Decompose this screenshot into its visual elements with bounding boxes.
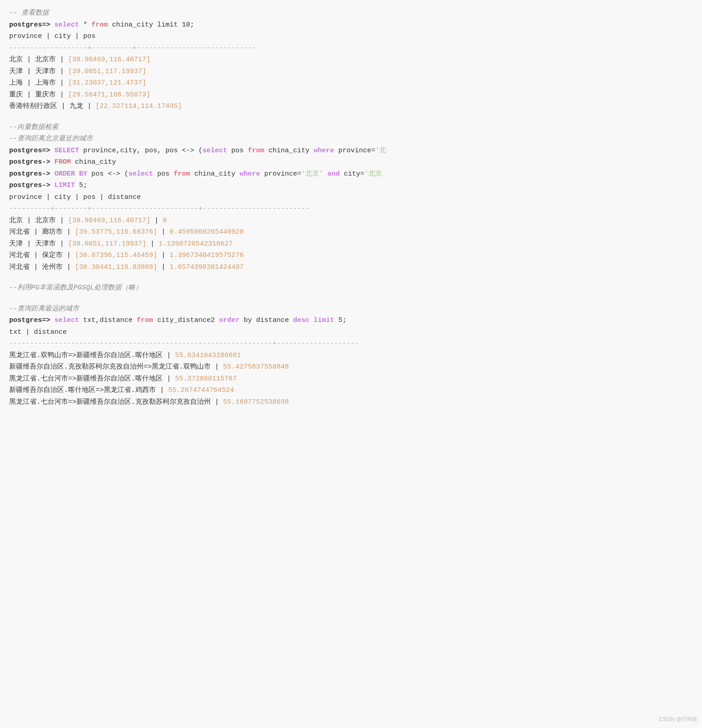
table3-sep: ----------------------------------------… bbox=[9, 338, 693, 350]
comment-farthest: --查询距离最远的城市 bbox=[9, 303, 693, 315]
select3-line: postgres=> select txt,distance from city… bbox=[9, 315, 693, 327]
gap2 bbox=[9, 273, 693, 282]
table2-sep: ----------+--------+--------------------… bbox=[9, 203, 693, 215]
prompt2-4: postgres-> bbox=[9, 182, 54, 189]
pg-comment-text: --利用PG丰富函数及PGSQL处理数据（略） bbox=[9, 284, 142, 292]
table3-row-2: 黑龙江省.七台河市=>新疆维吾尔自治区.喀什地区 | 55.3728881157… bbox=[9, 373, 693, 385]
comment-vector: --向量数据检索 bbox=[9, 122, 693, 134]
comment-pg: --利用PG丰富函数及PGSQL处理数据（略） bbox=[9, 282, 693, 294]
select2-line4: postgres-> LIMIT 5; bbox=[9, 180, 693, 192]
table2-row-3: 河北省 | 保定市 | [38.87396,115.46459] | 1.396… bbox=[9, 250, 693, 262]
select2-line1: postgres=> SELECT province,city, pos, po… bbox=[9, 145, 693, 157]
comment-text: -- 查看数据 bbox=[9, 9, 49, 17]
table2-header: province | city | pos | distance bbox=[9, 192, 693, 203]
sep1-text: -------------------+----------+---------… bbox=[9, 44, 256, 52]
table3-row-0: 黑龙江省.双鸭山市=>新疆维吾尔自治区.喀什地区 | 55.6341043286… bbox=[9, 350, 693, 362]
select2-line2: postgres-> FROM china_city bbox=[9, 156, 693, 168]
comment-nearest: --查询距离北京最近的城市 bbox=[9, 133, 693, 145]
gap3 bbox=[9, 294, 693, 303]
vector-comment-text: --向量数据检索 bbox=[9, 123, 58, 131]
prompt3: postgres=> bbox=[9, 316, 54, 324]
table2-row-0: 北京 | 北京市 | [39.90469,116.40717] | 0 bbox=[9, 215, 693, 227]
table1-row-1: 天津 | 天津市 | [39.0851,117.19937] bbox=[9, 66, 693, 78]
prompt1: postgres=> bbox=[9, 21, 54, 29]
prompt2-3: postgres-> bbox=[9, 170, 54, 178]
table3-header: txt | distance bbox=[9, 327, 693, 338]
table3-row-3: 新疆维吾尔自治区.喀什地区=>黑龙江省.鸡西市 | 55.28747447645… bbox=[9, 385, 693, 396]
table1-row-3: 重庆 | 重庆市 | [29.56471,106.55073] bbox=[9, 89, 693, 101]
select1-rest: china_city limit 10; bbox=[108, 21, 194, 29]
comment-view-data: -- 查看数据 bbox=[9, 7, 693, 19]
prompt2-1: postgres=> bbox=[9, 147, 54, 155]
farthest-comment-text: --查询距离最远的城市 bbox=[9, 305, 79, 313]
table1-row-4: 香港特别行政区 | 九龙 | [22.327114,114.17495] bbox=[9, 101, 693, 112]
kw-select1: select bbox=[54, 21, 79, 29]
table2-row-1: 河北省 | 廊坊市 | [39.53775,116.68376] | 0.459… bbox=[9, 226, 693, 238]
table1-sep: -------------------+----------+---------… bbox=[9, 43, 693, 54]
header1-text: province | city | pos bbox=[9, 32, 96, 40]
table1-row-0: 北京 | 北京市 | [39.90469,116.40717] bbox=[9, 54, 693, 66]
table3-row-1: 新疆维吾尔自治区.克孜勒苏柯尔克孜自治州=>黑龙江省.双鸭山市 | 55.427… bbox=[9, 361, 693, 373]
table1-row-2: 上海 | 上海市 | [31.23037,121.4737] bbox=[9, 77, 693, 89]
table2-row-2: 天津 | 天津市 | [39.0851,117.19937] | 1.13987… bbox=[9, 238, 693, 250]
table2-row-4: 河北省 | 沧州市 | [38.30441,116.83869] | 1.657… bbox=[9, 262, 693, 273]
gap1 bbox=[9, 112, 693, 122]
kw-from1: from bbox=[91, 21, 108, 29]
table3-row-4: 黑龙江省.七台河市=>新疆维吾尔自治区.克孜勒苏柯尔克孜自治州 | 55.169… bbox=[9, 396, 693, 408]
select1-line: postgres=> select * from china_city limi… bbox=[9, 19, 693, 31]
watermark: CSDN @IT邦联 bbox=[659, 716, 697, 723]
select2-line3: postgres-> ORDER BY pos <-> (select pos … bbox=[9, 168, 693, 180]
table1-header: province | city | pos bbox=[9, 31, 693, 43]
nearest-comment-text: --查询距离北京最近的城市 bbox=[9, 135, 93, 143]
select1-star: * bbox=[79, 21, 91, 29]
kw-select2: SELECT bbox=[54, 147, 79, 155]
code-terminal: -- 查看数据 postgres=> select * from china_c… bbox=[9, 7, 693, 408]
prompt2-2: postgres-> bbox=[9, 158, 54, 166]
